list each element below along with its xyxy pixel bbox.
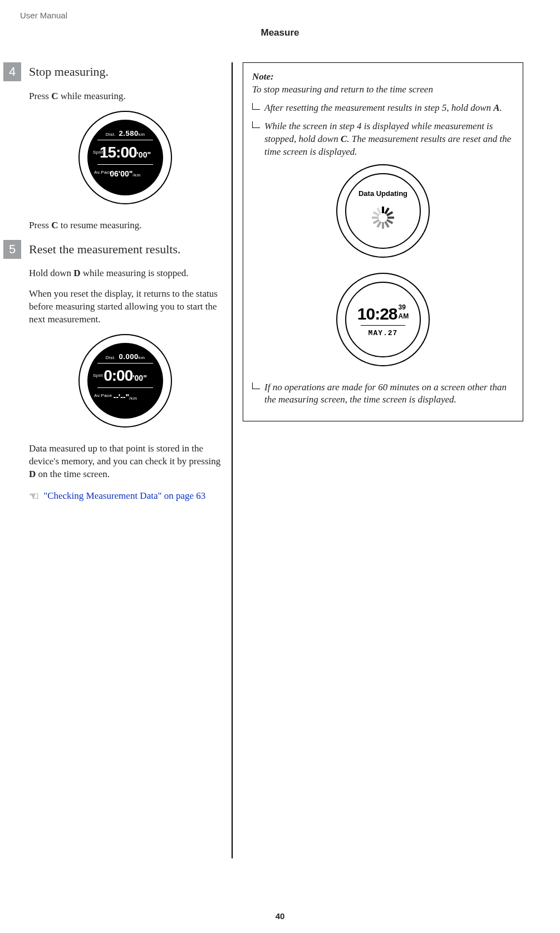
step-4-p2: Press C to resume measuring. — [29, 219, 222, 232]
button-c-ref: C — [51, 220, 58, 230]
dist-unit: km — [139, 132, 145, 137]
button-d-ref: D — [29, 469, 36, 479]
step-4-heading: Stop measuring. — [29, 62, 222, 80]
link-checking-measurement-data[interactable]: "Checking Measurement Data" on page 63 — [43, 490, 205, 501]
pace-label: Av.Pace — [94, 393, 112, 399]
text: If no operations are made for 60 minutes… — [264, 381, 514, 407]
dist-label: Dist. — [106, 132, 116, 137]
pace-unit: /km — [132, 173, 140, 178]
text: After resetting the measurement results … — [264, 102, 493, 113]
dist-value: 0.000 — [119, 352, 139, 361]
watch-illustration-measuring: Dist. 2.580km Split 15:00'00" Av.Pace 06… — [29, 111, 222, 208]
cross-reference: ☞ "Checking Measurement Data" on page 63 — [29, 489, 222, 504]
page-number: 40 — [0, 911, 560, 922]
spinner-icon — [372, 207, 394, 229]
split-label: Split — [93, 150, 103, 156]
text: Hold down — [29, 268, 73, 278]
button-d-ref: D — [73, 268, 80, 278]
text: while measuring. — [58, 91, 125, 101]
right-column: Note: To stop measuring and return to th… — [232, 62, 540, 858]
step-5-p1: Hold down D while measuring is stopped. — [29, 267, 222, 280]
button-a-ref: A — [493, 102, 499, 113]
step-5-p3: Data measured up to that point is stored… — [29, 443, 222, 481]
bullet-icon — [252, 381, 264, 391]
note-item-1: After resetting the measurement results … — [252, 102, 514, 115]
text: Press — [29, 91, 51, 101]
dist-value: 2.580 — [119, 129, 139, 138]
split-sec: '00" — [137, 150, 151, 159]
step-number-5: 5 — [3, 240, 21, 259]
split-sec: '00" — [132, 374, 147, 382]
pace-value: --'--" — [113, 392, 129, 401]
updating-text: Data Updating — [346, 189, 420, 199]
text: . — [500, 102, 502, 113]
time-date: MAY.27 — [346, 328, 420, 338]
split-value: 0:00 — [104, 367, 132, 384]
step-number-4: 4 — [3, 62, 21, 81]
dist-label: Dist. — [106, 355, 116, 360]
left-column: 4 Stop measuring. Press C while measurin… — [0, 62, 232, 858]
time-value: 10:28 — [357, 305, 397, 323]
split-label: Split — [93, 373, 103, 379]
header-title: User Manual — [20, 10, 67, 21]
text: Press — [29, 220, 51, 230]
button-c-ref: C — [51, 91, 58, 101]
text: while measuring is stopped. — [81, 268, 189, 278]
note-intro: To stop measuring and return to the time… — [252, 84, 514, 96]
text: on the time screen. — [36, 469, 110, 479]
note-item-2: While the screen in step 4 is displayed … — [252, 120, 514, 159]
step-4-p1: Press C while measuring. — [29, 90, 222, 103]
pace-value: 06'00" — [110, 169, 132, 178]
button-c-ref: C — [341, 134, 347, 144]
note-box: Note: To stop measuring and return to th… — [243, 62, 523, 421]
pace-unit: /km — [129, 396, 137, 401]
text: Data measured up to that point is stored… — [29, 443, 220, 466]
bullet-icon — [252, 120, 264, 130]
section-title: Measure — [0, 27, 560, 40]
note-title: Note: — [252, 71, 514, 84]
split-value: 15:00 — [100, 144, 137, 161]
dist-unit: km — [139, 355, 145, 360]
time-ampm: AM — [399, 312, 409, 321]
time-seconds: 39 — [399, 303, 409, 312]
step-5-heading: Reset the measurement results. — [29, 240, 222, 258]
watch-illustration-time: 10:28 39 AM MAY.27 — [252, 273, 514, 370]
text: to resume measuring. — [58, 220, 141, 230]
pace-label: Av.Pace — [94, 170, 112, 176]
step-5-p2: When you reset the display, it returns t… — [29, 288, 222, 326]
watch-illustration-updating: Data Updating — [252, 164, 514, 262]
bullet-icon — [252, 102, 264, 112]
watch-illustration-reset: Dist. 0.000km Split 0:00'00" Av.Pace --'… — [29, 334, 222, 431]
content-columns: 4 Stop measuring. Press C while measurin… — [0, 62, 560, 858]
hand-icon: ☞ — [29, 489, 39, 504]
note-item-3: If no operations are made for 60 minutes… — [252, 381, 514, 407]
